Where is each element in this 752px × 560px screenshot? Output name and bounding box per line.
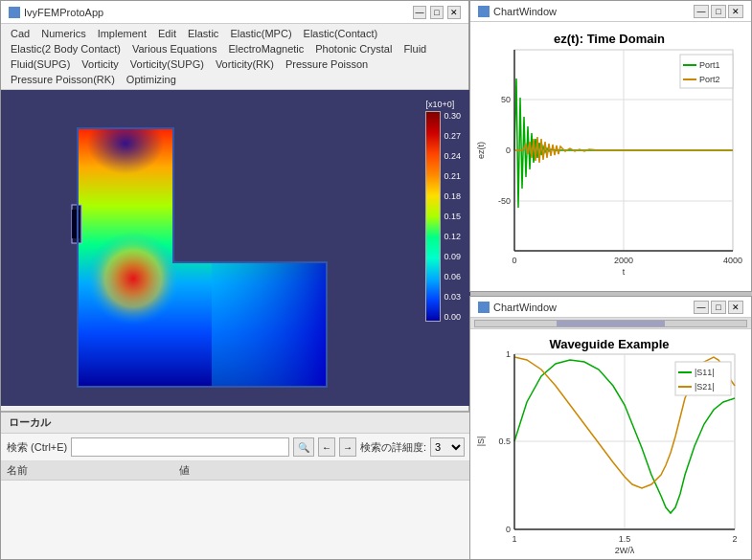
fem-maximize-btn[interactable]: □ bbox=[430, 6, 444, 19]
svg-text:2: 2 bbox=[732, 534, 737, 544]
chart2-controls[interactable]: — □ ✕ bbox=[694, 301, 743, 314]
colorbar-gradient bbox=[425, 111, 441, 322]
menu-fluid-supg[interactable]: Fluid(SUPG) bbox=[5, 56, 76, 72]
fem-plot-svg bbox=[58, 109, 346, 406]
chart1-maximize[interactable]: □ bbox=[711, 5, 726, 18]
menu-pressure-poisson[interactable]: Pressure Poisson bbox=[280, 56, 374, 72]
chart2-scrollbar[interactable] bbox=[470, 318, 751, 329]
chart2-titlebar: ChartWindow — □ ✕ bbox=[470, 297, 751, 318]
colorbar-val-6: 0.12 bbox=[444, 232, 461, 241]
menu-numerics[interactable]: Numerics bbox=[35, 26, 91, 41]
svg-point-4 bbox=[73, 205, 207, 339]
menu-pressure-poisson-rk[interactable]: Pressure Poisson(RK) bbox=[5, 72, 121, 87]
menu-fluid[interactable]: Fluid bbox=[398, 41, 432, 56]
colorbar-val-1: 0.27 bbox=[444, 131, 461, 141]
fem-app-icon bbox=[9, 7, 20, 18]
menu-elastic-contact[interactable]: Elastic(Contact) bbox=[298, 26, 384, 41]
menu-implement[interactable]: Implement bbox=[92, 26, 152, 41]
svg-rect-6 bbox=[78, 329, 173, 387]
fem-shape bbox=[58, 109, 346, 406]
panel-title: ローカル bbox=[1, 413, 470, 434]
colorbar-val-8: 0.06 bbox=[444, 272, 461, 281]
menu-vorticity-supg[interactable]: Vorticity(SUPG) bbox=[125, 56, 210, 72]
chart1-controls[interactable]: — □ ✕ bbox=[694, 5, 743, 18]
chart1-title-text: ChartWindow bbox=[493, 6, 557, 17]
search-row: 検索 (Ctrl+E) 🔍 ← → 検索の詳細度: 3 1 2 4 5 bbox=[1, 434, 470, 461]
fem-titlebar: IvyFEMProtoApp — □ ✕ bbox=[1, 1, 468, 24]
svg-text:0.5: 0.5 bbox=[498, 437, 511, 446]
bottom-panel: ローカル 検索 (Ctrl+E) 🔍 ← → 検索の詳細度: 3 1 2 4 5… bbox=[1, 411, 470, 559]
detail-label: 検索の詳細度: bbox=[360, 440, 426, 455]
chart2-title-text: ChartWindow bbox=[493, 302, 557, 313]
chart1-titlebar: ChartWindow — □ ✕ bbox=[470, 1, 751, 22]
colorbar-container: [x10+0] 0.30 0.27 0.24 0.21 0.18 0.15 0.… bbox=[425, 100, 461, 322]
scrollbar-track[interactable] bbox=[474, 320, 747, 327]
fem-window-controls[interactable]: — □ ✕ bbox=[413, 6, 461, 19]
menu-vorticity-rk[interactable]: Vorticity(RK) bbox=[210, 56, 280, 72]
fem-close-btn[interactable]: ✕ bbox=[447, 6, 461, 19]
col-header-name: 名前 bbox=[7, 463, 179, 478]
chart2-close[interactable]: ✕ bbox=[728, 301, 743, 314]
nav-back-btn[interactable]: ← bbox=[318, 437, 335, 457]
chart1-svg: ez(t): Time Domain 0 50 -50 ez(t) 0 2000… bbox=[474, 26, 745, 289]
colorbar-title: [x10+0] bbox=[425, 100, 461, 109]
svg-text:4000: 4000 bbox=[723, 256, 742, 265]
chart2-maximize[interactable]: □ bbox=[711, 301, 726, 314]
colorbar-val-4: 0.18 bbox=[444, 191, 461, 201]
fem-title-text: IvyFEMProtoApp bbox=[24, 7, 103, 18]
fem-main-window: IvyFEMProtoApp — □ ✕ Cad Numerics Implem… bbox=[0, 0, 469, 560]
chart1-minimize[interactable]: — bbox=[694, 5, 709, 18]
colorbar-val-3: 0.21 bbox=[444, 171, 461, 181]
chart2-minimize[interactable]: — bbox=[694, 301, 709, 314]
svg-text:2000: 2000 bbox=[614, 256, 633, 265]
colorbar-val-0: 0.30 bbox=[444, 111, 461, 121]
chart1-close[interactable]: ✕ bbox=[728, 5, 743, 18]
search-input[interactable] bbox=[71, 437, 289, 457]
svg-text:|S11|: |S11| bbox=[695, 368, 715, 377]
chart1-area: ez(t): Time Domain 0 50 -50 ez(t) 0 2000… bbox=[470, 22, 751, 295]
fem-visualization: [x10+0] 0.30 0.27 0.24 0.21 0.18 0.15 0.… bbox=[1, 90, 470, 406]
menu-optimizing[interactable]: Optimizing bbox=[121, 72, 182, 87]
nav-forward-btn[interactable]: → bbox=[339, 437, 356, 457]
scrollbar-thumb[interactable] bbox=[557, 321, 665, 326]
svg-text:t: t bbox=[623, 267, 626, 277]
svg-text:ez(t): ez(t) bbox=[476, 142, 486, 159]
svg-text:1: 1 bbox=[512, 534, 516, 544]
fem-title: IvyFEMProtoApp bbox=[9, 7, 103, 18]
svg-text:|S21|: |S21| bbox=[695, 382, 715, 392]
svg-text:0: 0 bbox=[512, 256, 516, 265]
svg-rect-5 bbox=[78, 128, 173, 205]
detail-select[interactable]: 3 1 2 4 5 bbox=[430, 437, 465, 457]
menu-electromagnetic[interactable]: ElectroMagnetic bbox=[222, 41, 309, 56]
svg-text:50: 50 bbox=[501, 95, 511, 104]
chart2-icon bbox=[478, 302, 490, 313]
svg-text:Port2: Port2 bbox=[699, 75, 720, 84]
chart1-icon bbox=[478, 6, 490, 17]
chart-window-1: ChartWindow — □ ✕ ez(t): Time Domain 0 5… bbox=[469, 0, 752, 292]
colorbar-val-9: 0.03 bbox=[444, 292, 461, 302]
menu-elastic-mpc[interactable]: Elastic(MPC) bbox=[224, 26, 297, 41]
search-label: 検索 (Ctrl+E) bbox=[7, 440, 67, 455]
svg-text:0: 0 bbox=[506, 525, 511, 534]
svg-text:0: 0 bbox=[506, 146, 511, 155]
chart2-area: Waveguide Example 1 0.5 0 |S| 1 1.5 2 2W… bbox=[470, 329, 751, 560]
svg-text:|S|: |S| bbox=[476, 437, 486, 447]
menu-elastic[interactable]: Elastic bbox=[182, 26, 224, 41]
svg-text:1.5: 1.5 bbox=[619, 534, 631, 544]
fem-minimize-btn[interactable]: — bbox=[413, 6, 426, 19]
menu-edit[interactable]: Edit bbox=[152, 26, 182, 41]
col-header-value: 値 bbox=[179, 463, 465, 478]
chart-window-2: ChartWindow — □ ✕ Waveguide Example bbox=[469, 296, 752, 560]
chart2-svg: Waveguide Example 1 0.5 0 |S| 1 1.5 2 2W… bbox=[474, 333, 745, 560]
svg-text:1: 1 bbox=[506, 349, 511, 359]
menu-various[interactable]: Various Equations bbox=[126, 41, 222, 56]
search-button[interactable]: 🔍 bbox=[293, 437, 314, 457]
svg-text:ez(t): Time Domain: ez(t): Time Domain bbox=[554, 32, 665, 46]
menu-photonic[interactable]: Photonic Crystal bbox=[309, 41, 398, 56]
colorbar-val-7: 0.09 bbox=[444, 252, 461, 261]
svg-text:2W/λ: 2W/λ bbox=[615, 546, 635, 555]
menu-elastic-2body[interactable]: Elastic(2 Body Contact) bbox=[5, 41, 126, 56]
colorbar-val-5: 0.15 bbox=[444, 212, 461, 221]
menu-vorticity[interactable]: Vorticity bbox=[76, 56, 125, 72]
menu-cad[interactable]: Cad bbox=[5, 26, 35, 41]
